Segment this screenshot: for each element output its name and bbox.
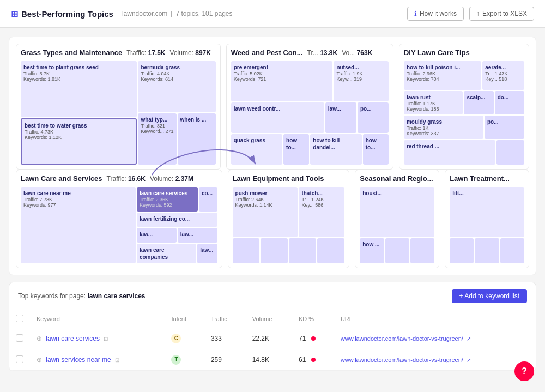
select-all-checkbox[interactable] (16, 315, 23, 322)
volume-2: 14.8K (246, 349, 292, 371)
tm-cell-lawn-fertilizing[interactable]: lawn fertilizing co... (137, 213, 217, 227)
volume-1: 22.2K (246, 328, 292, 349)
page-icon-1: ⊡ (104, 336, 108, 342)
tm-cell-what-typ[interactable]: what typ... Traffic: 821 Keyword... 271 (138, 113, 176, 165)
header: ⊞ Best-Performing Topics lawndoctor.com … (0, 0, 545, 28)
col-url: URL (334, 310, 536, 328)
kd-dot-2 (311, 358, 316, 362)
col-traffic: Traffic (204, 310, 246, 328)
traffic-1: 333 (204, 328, 246, 349)
topic-equipment-title: Lawn Equipment and Tools (233, 174, 324, 183)
row-checkbox-1[interactable] (16, 334, 23, 342)
tm-cell-how-to2[interactable]: how to... (363, 134, 389, 165)
tm-cell-kill-dandel[interactable]: how to kill dandel... (310, 134, 361, 165)
topic-grass-title: Grass Types and Maintenance (21, 49, 122, 57)
tm-cell-mouldy-grass[interactable]: mouldy grass Traffic: 1K Keywords: 337 (404, 116, 483, 139)
tm-cell-lawn-care-near-me[interactable]: lawn care near me Traffic: 7.78K Keyword… (21, 187, 136, 263)
tm-cell-po2[interactable]: po... (485, 116, 524, 139)
kd-value-1: 71 (299, 335, 306, 342)
tm-cell-bermuda[interactable]: bermuda grass Traffic: 4.04K Keywords: 6… (138, 61, 215, 112)
intent-badge-1: C (171, 334, 181, 343)
col-volume: Volume (246, 310, 292, 328)
tm-cell-t3[interactable] (500, 238, 524, 263)
tm-cell-water-grass[interactable]: best time to water grass Traffic: 4.73K … (21, 118, 137, 165)
main-content: Grass Types and Maintenance Traffic: 17.… (0, 28, 545, 380)
tm-cell-push-mower[interactable]: push mower Traffic: 2.64K Keywords: 1.14… (233, 187, 298, 237)
topic-seasonal-title: Seasonal and Regio... (360, 174, 433, 183)
tm-cell-red-thread[interactable]: red thread ... (404, 140, 495, 165)
topic-equipment-header: Lawn Equipment and Tools (233, 174, 345, 183)
keywords-table: Keyword Intent Traffic Volume KD % URL ⊕… (9, 310, 536, 371)
tm-cell-t1[interactable] (450, 238, 474, 263)
topic-diy-title: DIY Lawn Care Tips (404, 49, 470, 57)
tm-cell-law2[interactable]: law... (178, 228, 217, 243)
add-icon-1: ⊕ (37, 335, 42, 342)
tm-cell-law1[interactable]: law... (137, 228, 177, 243)
how-it-works-button[interactable]: ℹ How it works (407, 7, 464, 21)
tm-cell-s3[interactable] (410, 238, 434, 263)
tm-cell-how-to1[interactable]: how to... (283, 134, 309, 165)
add-keyword-button[interactable]: + Add to keyword list (452, 289, 527, 303)
traffic-2: 259 (204, 349, 246, 371)
topic-weed-title: Weed and Pest Con... (231, 49, 303, 57)
tm-cell-how-s1[interactable]: how ... (360, 238, 384, 263)
topic-lawn-equipment: Lawn Equipment and Tools push mower Traf… (228, 170, 350, 268)
tm-cell-sm2[interactable] (261, 238, 288, 263)
tm-cell-poison-ivy[interactable]: how to kill poison i... Traffic: 2.96K K… (404, 61, 481, 90)
tm-cell-pre-emergent[interactable]: pre emergent Traffic: 5.02K Keywords: 72… (231, 61, 333, 101)
url-link-2[interactable]: www.lawndoctor.com/lawn-doctor-vs-trugre… (341, 357, 463, 363)
col-kd: KD % (292, 310, 334, 328)
col-intent: Intent (165, 310, 204, 328)
tm-cell-best-plant[interactable]: best time to plant grass seed Traffic: 5… (21, 61, 137, 117)
topic-weed-header: Weed and Pest Con... Tr... 13.8K Vo... 7… (231, 49, 389, 57)
topic-lawn-care: Lawn Care and Services Traffic: 16.6K Vo… (16, 170, 222, 268)
topics-row2: Lawn Care and Services Traffic: 16.6K Vo… (16, 170, 529, 268)
keyword-link-1[interactable]: lawn care services (46, 335, 100, 342)
tm-cell-co[interactable]: co... (199, 187, 217, 212)
topic-weed-traffic: Tr... 13.8K (307, 49, 338, 57)
kd-value-2: 61 (299, 356, 306, 364)
export-button[interactable]: ↑ Export to XLSX (469, 7, 534, 21)
table-header: Top keywords for page: lawn care service… (9, 282, 536, 310)
info-icon: ℹ (414, 10, 417, 17)
topic-treatment-title: Lawn Treatment... (450, 174, 510, 183)
row-checkbox-2[interactable] (16, 355, 23, 363)
table-row: ⊕ lawn care services ⊡ C 333 22.2K 71 (9, 328, 536, 349)
tm-cell-law3[interactable]: law... (197, 244, 217, 263)
tm-cell-aerate[interactable]: aerate... Tr... 1.47K Key... 518 (482, 61, 524, 90)
tm-cell-scalp[interactable]: scalp... (464, 91, 493, 114)
tm-cell-sm1[interactable] (233, 238, 260, 263)
url-link-1[interactable]: www.lawndoctor.com/lawn-doctor-vs-trugre… (341, 335, 463, 342)
tm-cell-po[interactable]: po... (358, 102, 389, 133)
tm-cell-nutsed[interactable]: nutsed... Traffic: 1.9K Keyw... 319 (334, 61, 389, 101)
tm-cell-law[interactable]: law... (325, 102, 356, 133)
topic-grass-volume: Volume: 897K (170, 49, 211, 57)
tm-cell-lawn-care-companies[interactable]: lawn care companies (137, 244, 196, 263)
tm-cell-when-is[interactable]: when is ... (178, 113, 216, 165)
topic-weed-pest: Weed and Pest Con... Tr... 13.8K Vo... 7… (226, 44, 393, 170)
tm-cell-s2[interactable] (385, 238, 409, 263)
tm-cell-do[interactable]: do... (495, 91, 524, 114)
page-title: ⊞ Best-Performing Topics (11, 9, 113, 19)
tm-cell-thatch[interactable]: thatch... Tr... 1.24K Key... 586 (299, 187, 344, 237)
tm-cell-lawn-care-services[interactable]: lawn care services Traffic: 2.36K Keywor… (137, 187, 198, 212)
topic-lawn-care-traffic: Traffic: 16.6K (107, 175, 146, 183)
tm-cell-sm3[interactable] (289, 238, 316, 263)
tm-cell-t2[interactable] (475, 238, 499, 263)
tm-cell-lawn-weed[interactable]: lawn weed contr... (231, 102, 324, 133)
tm-cell-lawn-rust[interactable]: lawn rust Traffic: 1.17K Keywords: 185 (404, 91, 463, 114)
tm-cell-litt[interactable]: litt... (450, 187, 524, 237)
tm-cell-houst[interactable]: houst... (360, 187, 434, 237)
col-keyword: Keyword (30, 310, 165, 328)
col-checkbox (9, 310, 30, 328)
kd-dot-1 (311, 336, 316, 341)
tm-cell-sm4[interactable] (317, 238, 344, 263)
topic-lawn-care-title: Lawn Care and Services (21, 174, 102, 183)
export-icon: ↑ (476, 10, 480, 17)
help-button[interactable]: ? (514, 361, 534, 381)
intent-badge-2: T (171, 355, 181, 365)
topic-grass-traffic: Traffic: 17.5K (126, 49, 165, 57)
keyword-link-2[interactable]: lawn services near me (46, 356, 111, 364)
external-link-icon-1: ↗ (467, 336, 471, 342)
tm-cell-quack-grass[interactable]: quack grass (231, 134, 282, 165)
